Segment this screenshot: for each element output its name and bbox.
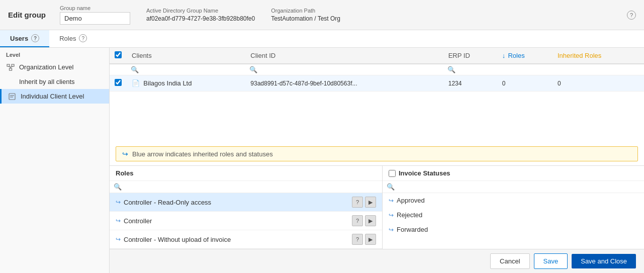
role-arrow-icon-0: ↪ <box>116 199 121 206</box>
row-checkbox[interactable] <box>115 79 122 86</box>
roles-panel-header: Roles <box>110 166 382 181</box>
col-roles[interactable]: ↓ Roles <box>497 48 553 64</box>
svg-rect-1 <box>12 64 14 66</box>
invoice-search-input[interactable] <box>397 184 640 191</box>
tab-roles-help-icon[interactable]: ? <box>79 34 87 42</box>
save-and-close-button[interactable]: Save and Close <box>572 254 636 268</box>
clients-table: Clients Client ID ERP ID ↓ Roles Inherit… <box>110 48 644 92</box>
inv-arrow-icon-0: ↪ <box>389 197 394 204</box>
role-item-1[interactable]: ↪ Controller ? ▶ <box>110 212 382 230</box>
role-arrow-btn-1[interactable]: ▶ <box>365 215 376 226</box>
tab-users[interactable]: Users ? <box>0 30 49 47</box>
role-label-2: Controller - Without upload of invoice <box>124 236 349 243</box>
header: Edit group Group name Active Directory G… <box>0 0 644 30</box>
body: Level Organization Level Inherit by all … <box>0 48 644 273</box>
level-item-individual-label: Individual Client Level <box>21 93 84 100</box>
role-help-btn-0[interactable]: ? <box>352 197 363 208</box>
invoice-item-label-1: Rejected <box>397 211 422 219</box>
erp-id-search-icon: 🔍 <box>447 66 455 73</box>
tab-users-help-icon[interactable]: ? <box>31 34 39 42</box>
level-item-individual[interactable]: Individual Client Level <box>0 89 109 104</box>
invoice-panel-checkbox[interactable] <box>389 170 396 177</box>
role-item-2[interactable]: ↪ Controller - Without upload of invoice… <box>110 230 382 249</box>
group-name-input[interactable] <box>60 12 130 25</box>
info-box: ↪ Blue arrow indicates inherited roles a… <box>116 146 638 161</box>
level-label: Level <box>0 48 109 60</box>
org-path-field: Organization Path TestAutomation / Test … <box>271 8 340 22</box>
invoice-item-label-2: Forwarded <box>397 226 428 233</box>
col-inherited-roles: Inherited Roles <box>553 48 644 64</box>
role-arrow-btn-0[interactable]: ▶ <box>365 197 376 208</box>
role-label-1: Controller <box>124 217 349 225</box>
sort-arrow-icon: ↓ <box>502 52 506 59</box>
role-item-actions-2: ? ▶ <box>352 234 376 245</box>
roles-panel: Roles 🔍 ↪ Controller - Read-Only access … <box>110 166 383 249</box>
ad-group-label: Active Directory Group Name <box>146 8 255 14</box>
role-arrow-icon-2: ↪ <box>116 236 121 243</box>
level-item-org[interactable]: Organization Level <box>0 60 109 74</box>
roles-search-input[interactable] <box>124 184 378 191</box>
col-client-id: Client ID <box>245 48 443 64</box>
tab-users-label: Users <box>10 35 28 42</box>
svg-rect-6 <box>9 94 15 100</box>
role-item-0[interactable]: ↪ Controller - Read-Only access ? ▶ <box>110 193 382 212</box>
roles-panel-title: Roles <box>116 169 133 177</box>
role-item-actions-0: ? ▶ <box>352 197 376 208</box>
header-help-icon[interactable]: ? <box>627 11 636 20</box>
invoice-panel-header: Invoice Statuses <box>383 166 644 181</box>
invoice-search-icon: 🔍 <box>387 183 395 191</box>
tabs-bar: Users ? Roles ? <box>0 30 644 48</box>
clients-table-area: Clients Client ID ERP ID ↓ Roles Inherit… <box>110 48 644 142</box>
info-box-text: Blue arrow indicates inherited roles and… <box>132 150 273 158</box>
org-path-label: Organization Path <box>271 8 340 14</box>
client-id-search-icon: 🔍 <box>249 66 257 73</box>
invoice-item-0: ↪ Approved <box>383 193 644 208</box>
level-item-org-label: Organization Level <box>19 63 73 71</box>
ad-group-value: af02ea0f-d779-4727-9e38-3fb928b80fe0 <box>146 15 255 22</box>
roles-cell: 0 <box>497 75 553 92</box>
group-name-field: Group name <box>60 5 130 25</box>
svg-rect-2 <box>10 68 12 70</box>
cancel-button[interactable]: Cancel <box>490 253 529 269</box>
ad-group-field: Active Directory Group Name af02ea0f-d77… <box>146 8 255 22</box>
role-item-actions-1: ? ▶ <box>352 215 376 226</box>
main-container: Edit group Group name Active Directory G… <box>0 0 644 273</box>
bottom-panels: Roles 🔍 ↪ Controller - Read-Only access … <box>110 165 644 249</box>
invoice-panel: Invoice Statuses 🔍 ↪ Approved ↪ Rejected <box>383 166 644 249</box>
tab-roles[interactable]: Roles ? <box>49 30 97 47</box>
table-row: 📄 Bilagos India Ltd 93ad8991-d57c-487d-9… <box>110 75 644 92</box>
erp-id-cell: 1234 <box>443 75 497 92</box>
org-path-value: TestAutomation / Test Org <box>271 15 340 22</box>
individual-icon <box>8 93 17 100</box>
page-title: Edit group <box>8 11 46 19</box>
tab-roles-label: Roles <box>59 35 76 42</box>
invoice-panel-title: Invoice Statuses <box>399 169 450 177</box>
right-panel: Clients Client ID ERP ID ↓ Roles Inherit… <box>110 48 644 273</box>
org-level-icon <box>6 64 15 71</box>
invoice-item-2: ↪ Forwarded <box>383 222 644 237</box>
invoice-item-label-0: Approved <box>397 197 425 204</box>
client-name: Bilagos India Ltd <box>143 79 192 87</box>
level-item-inherit[interactable]: Inherit by all clients <box>0 74 109 89</box>
blue-arrow-icon: ↪ <box>122 150 128 158</box>
client-icon: 📄 <box>132 79 140 87</box>
select-all-checkbox[interactable] <box>115 51 122 58</box>
role-arrow-icon-1: ↪ <box>116 217 121 224</box>
group-name-label: Group name <box>60 5 130 11</box>
footer: Cancel Save Save and Close <box>110 249 644 273</box>
save-button[interactable]: Save <box>534 253 568 269</box>
col-clients: Clients <box>127 48 245 64</box>
inv-arrow-icon-2: ↪ <box>389 226 394 233</box>
role-label-0: Controller - Read-Only access <box>124 199 349 206</box>
inherited-roles-cell: 0 <box>553 75 644 92</box>
inv-arrow-icon-1: ↪ <box>389 212 394 219</box>
invoice-search-bar: 🔍 <box>383 181 644 193</box>
role-arrow-btn-2[interactable]: ▶ <box>365 234 376 245</box>
role-help-btn-1[interactable]: ? <box>352 215 363 226</box>
role-help-btn-2[interactable]: ? <box>352 234 363 245</box>
left-panel: Level Organization Level Inherit by all … <box>0 48 110 273</box>
client-id-cell: 93ad8991-d57c-487d-9bef-10d80563f... <box>245 75 443 92</box>
inherit-icon <box>6 78 15 85</box>
col-erp-id: ERP ID <box>443 48 497 64</box>
roles-search-icon: 🔍 <box>114 183 122 191</box>
